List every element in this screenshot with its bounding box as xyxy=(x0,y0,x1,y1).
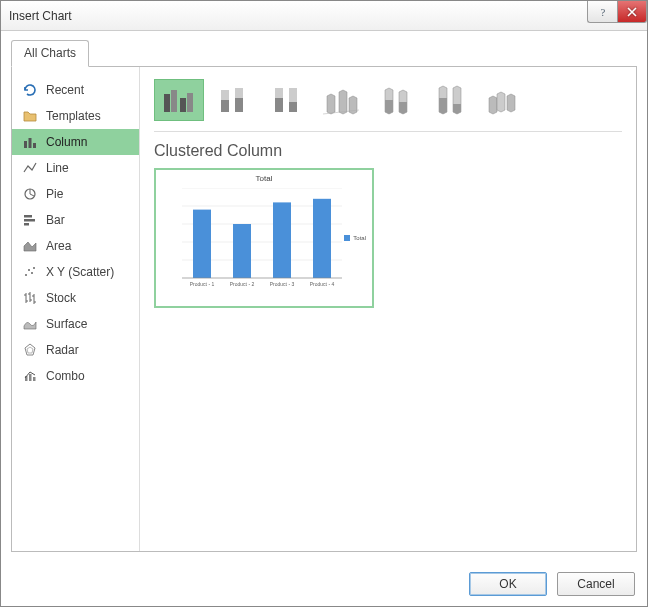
column-icon xyxy=(22,134,38,150)
chart-preview-plot: 05001000150020002500Product - 1Product -… xyxy=(182,188,342,292)
sidebar-item-combo[interactable]: Combo xyxy=(12,363,139,389)
surface-icon xyxy=(22,316,38,332)
svg-rect-26 xyxy=(289,102,297,112)
chart-detail-pane: Clustered Column Total 05001000150020002… xyxy=(140,67,636,551)
svg-rect-1 xyxy=(24,141,27,148)
sidebar-item-label: Recent xyxy=(46,83,84,97)
subtype-3d-100-stacked-column[interactable] xyxy=(424,79,474,121)
sidebar-item-templates[interactable]: Templates xyxy=(12,103,139,129)
window-buttons: ? xyxy=(587,1,647,23)
dialog-content: All Charts Recent Templates Column xyxy=(1,31,647,562)
sidebar-item-label: Radar xyxy=(46,343,79,357)
stock-icon xyxy=(22,290,38,306)
help-button[interactable]: ? xyxy=(587,1,617,23)
svg-rect-15 xyxy=(164,94,170,112)
close-button[interactable] xyxy=(617,1,647,23)
sidebar-item-line[interactable]: Line xyxy=(12,155,139,181)
dialog-footer: OK Cancel xyxy=(1,562,647,606)
subtype-stacked-column[interactable] xyxy=(208,79,258,121)
svg-rect-42 xyxy=(233,224,251,278)
subtype-3d-stacked-column[interactable] xyxy=(370,79,420,121)
sidebar-item-label: Line xyxy=(46,161,69,175)
ok-button[interactable]: OK xyxy=(469,572,547,596)
svg-rect-3 xyxy=(33,143,36,148)
combo-icon xyxy=(22,368,38,384)
chart-preview[interactable]: Total 05001000150020002500Product - 1Pro… xyxy=(154,168,374,308)
chart-preview-title: Total xyxy=(156,170,372,183)
svg-text:Product - 4: Product - 4 xyxy=(310,281,335,287)
main-panel: Recent Templates Column Line Pie xyxy=(11,67,637,552)
svg-rect-20 xyxy=(221,100,229,112)
sidebar-item-radar[interactable]: Radar xyxy=(12,337,139,363)
sidebar-item-label: Pie xyxy=(46,187,63,201)
window-title: Insert Chart xyxy=(9,9,72,23)
sidebar-item-label: X Y (Scatter) xyxy=(46,265,114,279)
sidebar-item-label: Stock xyxy=(46,291,76,305)
svg-rect-2 xyxy=(29,138,32,148)
3d-clustered-column-icon xyxy=(321,84,361,116)
line-icon xyxy=(22,160,38,176)
legend-swatch xyxy=(344,235,350,241)
sidebar-item-stock[interactable]: Stock xyxy=(12,285,139,311)
sidebar-item-label: Area xyxy=(46,239,71,253)
svg-rect-7 xyxy=(24,223,29,226)
area-icon xyxy=(22,238,38,254)
sidebar-item-bar[interactable]: Bar xyxy=(12,207,139,233)
recent-icon xyxy=(22,82,38,98)
radar-icon xyxy=(22,342,38,358)
tab-bar: All Charts xyxy=(11,39,637,67)
3d-stacked-column-icon xyxy=(375,84,415,116)
pie-icon xyxy=(22,186,38,202)
sidebar-item-label: Column xyxy=(46,135,87,149)
tab-all-charts[interactable]: All Charts xyxy=(11,40,89,67)
sidebar-item-pie[interactable]: Pie xyxy=(12,181,139,207)
sidebar-item-recent[interactable]: Recent xyxy=(12,77,139,103)
svg-rect-22 xyxy=(235,98,243,112)
selected-subtype-title: Clustered Column xyxy=(154,142,622,160)
sidebar-item-column[interactable]: Column xyxy=(12,129,139,155)
svg-rect-18 xyxy=(187,93,193,112)
legend-label: Total xyxy=(353,235,366,241)
svg-text:?: ? xyxy=(600,7,605,18)
subtype-3d-clustered-column[interactable] xyxy=(316,79,366,121)
svg-rect-5 xyxy=(24,215,32,218)
3d-100-stacked-column-icon xyxy=(429,84,469,116)
chart-category-sidebar: Recent Templates Column Line Pie xyxy=(12,67,140,551)
chart-legend: Total xyxy=(344,235,366,241)
sidebar-item-surface[interactable]: Surface xyxy=(12,311,139,337)
sidebar-item-label: Combo xyxy=(46,369,85,383)
sidebar-item-label: Surface xyxy=(46,317,87,331)
close-icon xyxy=(626,6,638,18)
svg-rect-40 xyxy=(193,210,211,278)
3d-column-icon xyxy=(483,84,523,116)
column-subtype-row xyxy=(154,79,622,132)
cancel-button[interactable]: Cancel xyxy=(557,572,635,596)
sidebar-item-label: Templates xyxy=(46,109,101,123)
svg-rect-46 xyxy=(313,199,331,278)
sidebar-item-area[interactable]: Area xyxy=(12,233,139,259)
sidebar-item-scatter[interactable]: X Y (Scatter) xyxy=(12,259,139,285)
svg-point-10 xyxy=(31,272,33,274)
stacked-column-icon xyxy=(213,84,253,116)
svg-text:Product - 2: Product - 2 xyxy=(230,281,255,287)
svg-text:Product - 3: Product - 3 xyxy=(270,281,295,287)
svg-rect-17 xyxy=(180,98,186,112)
sidebar-item-label: Bar xyxy=(46,213,65,227)
clustered-column-icon xyxy=(159,84,199,116)
subtype-100-stacked-column[interactable] xyxy=(262,79,312,121)
subtype-3d-column[interactable] xyxy=(478,79,528,121)
svg-rect-24 xyxy=(275,98,283,112)
titlebar: Insert Chart ? xyxy=(1,1,647,31)
svg-text:Product - 1: Product - 1 xyxy=(190,281,215,287)
svg-rect-6 xyxy=(24,219,35,222)
insert-chart-dialog: Insert Chart ? All Charts Recent Templa xyxy=(0,0,648,607)
svg-rect-44 xyxy=(273,202,291,278)
svg-point-8 xyxy=(25,274,27,276)
svg-rect-16 xyxy=(171,90,177,112)
svg-point-9 xyxy=(28,269,30,271)
svg-point-11 xyxy=(33,267,35,269)
subtype-clustered-column[interactable] xyxy=(154,79,204,121)
100-stacked-column-icon xyxy=(267,84,307,116)
scatter-icon xyxy=(22,264,38,280)
svg-rect-14 xyxy=(33,377,36,381)
